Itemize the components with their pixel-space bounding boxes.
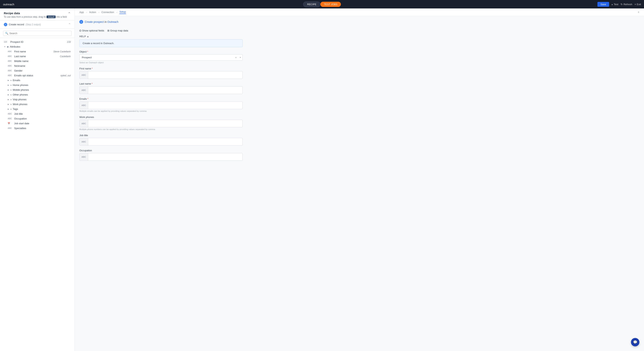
type-badge: ABC: [80, 102, 88, 109]
chevron-right-icon: ▶: [8, 103, 9, 105]
breadcrumb-connection[interactable]: Connection: [102, 11, 114, 14]
tags-group[interactable]: ▶ ≡ Tags: [0, 107, 74, 111]
emails-input[interactable]: [88, 102, 242, 109]
group-icon: ▦: [7, 46, 8, 48]
chevron-right-icon: ▶: [8, 89, 9, 91]
exit-link[interactable]: × Exit: [634, 3, 641, 6]
job-title-label: Job title: [79, 134, 243, 137]
list-item[interactable]: ABC Gender: [0, 68, 74, 73]
list-item[interactable]: 123 Prospect ID 133: [0, 40, 74, 44]
list-item[interactable]: ABC Nickname: [0, 64, 74, 68]
emails-hint: Multiple emails can be applied by provid…: [79, 110, 243, 112]
show-optional-fields-link[interactable]: Show optional fields: [79, 29, 104, 32]
panel-header: ⌃ Recipe data To use data from a previou…: [0, 9, 74, 20]
type-badge: ABC: [80, 153, 88, 161]
step-sublabel: (Step 2 output): [26, 23, 41, 26]
help-content: Create a record in Outreach.: [79, 39, 243, 47]
search-wrap: 🔍: [3, 31, 72, 36]
list-icon: ≡: [10, 108, 12, 110]
emails-group[interactable]: ▶ ≡ Emails: [0, 78, 74, 83]
datapill-badge: datapill: [46, 16, 56, 18]
breadcrumb-app[interactable]: App: [79, 11, 84, 14]
tab-test-jobs[interactable]: TEST JOBS: [320, 2, 341, 7]
navbar-actions: Save ⬥ Test ↻ Refresh × Exit: [598, 2, 641, 7]
list-item[interactable]: ABC First name Steve Castellarin: [0, 49, 74, 54]
first-name-input[interactable]: [88, 71, 242, 79]
chat-bubble[interactable]: 💬: [631, 338, 640, 346]
right-panel: App → Action → Connection → Setup × ⊙ Cr…: [75, 9, 644, 351]
chevron-up-icon: ▲: [87, 35, 89, 38]
list-item[interactable]: ABC Occupation: [0, 116, 74, 121]
panel-collapse-button[interactable]: ⌃: [68, 12, 71, 16]
form-header-icon: ⊙: [79, 20, 83, 24]
exit-icon: ×: [634, 3, 636, 6]
navbar: outreach RECIPE TEST JOBS Save ⬥ Test ↻ …: [0, 0, 644, 9]
list-item[interactable]: ABC Emails opt status opted_out: [0, 73, 74, 78]
nav-tabs: RECIPE TEST JOBS: [303, 2, 341, 7]
test-link[interactable]: ⬥ Test: [612, 3, 618, 6]
home-phones-group[interactable]: ▶ ≡ Home phones: [0, 83, 74, 88]
clear-icon[interactable]: ×: [234, 56, 238, 59]
occupation-field: Occupation ABC: [79, 149, 243, 161]
search-input[interactable]: [10, 32, 70, 35]
breadcrumb-arrow-1: →: [85, 11, 88, 14]
required-star: *: [92, 67, 92, 70]
first-name-label: First name *: [79, 67, 243, 70]
chevron-right-icon: ▶: [8, 108, 9, 110]
list-item[interactable]: ABC Job title: [0, 111, 74, 116]
mobile-phones-group[interactable]: ▶ ≡ Mobile phones: [0, 88, 74, 92]
last-name-label: Last name *: [79, 82, 243, 85]
list-icon: ≡: [10, 94, 12, 96]
chevron-down-icon[interactable]: ▾: [238, 56, 242, 59]
panel-subtitle: To use data from a previous step, drag i…: [4, 16, 71, 18]
voip-phones-group[interactable]: ▶ ≡ Voip phones: [0, 97, 74, 102]
list-item[interactable]: ABC Middle name: [0, 59, 74, 64]
required-star: *: [88, 97, 88, 100]
object-value: Prospect: [80, 55, 234, 61]
breadcrumb-arrow-2: →: [98, 11, 100, 14]
form-header-title: Create prospect in Outreach: [85, 20, 118, 24]
help-toggle[interactable]: HELP ▲: [79, 35, 243, 38]
breadcrumb-setup[interactable]: Setup: [120, 10, 126, 14]
work-phones-input-wrap: ABC: [79, 120, 243, 127]
type-badge: ABC: [80, 87, 88, 94]
group-map-link[interactable]: ⊞ Group map data: [107, 29, 128, 32]
list-icon: ≡: [10, 98, 12, 101]
list-item[interactable]: ABC Specialties: [0, 126, 74, 131]
job-title-input[interactable]: [88, 138, 242, 145]
list-icon: ≡: [10, 79, 12, 82]
refresh-link[interactable]: ↻ Refresh: [620, 3, 632, 6]
chevron-right-icon: ▶: [8, 94, 9, 96]
other-phones-group[interactable]: ▶ ≡ Other phones: [0, 92, 74, 97]
close-button[interactable]: ×: [638, 11, 640, 14]
emails-field: Emails * ABC Multiple emails can be appl…: [79, 97, 243, 112]
job-title-input-wrap: ABC: [79, 138, 243, 146]
list-item[interactable]: 📅 Job start date: [0, 121, 74, 126]
emails-input-wrap: ABC: [79, 102, 243, 109]
emails-label: Emails *: [79, 97, 243, 100]
attributes-group[interactable]: ▼ ▦ Attributes: [0, 44, 74, 49]
tree-container: 123 Prospect ID 133 ▼ ▦ Attributes ABC F…: [0, 38, 74, 351]
group-map-icon: ⊞: [107, 29, 110, 32]
type-badge: ABC: [80, 71, 88, 79]
brand-logo: outreach: [3, 3, 14, 6]
tab-recipe[interactable]: RECIPE: [303, 2, 320, 7]
last-name-input[interactable]: [88, 87, 242, 94]
work-phones-label: Work phones: [79, 116, 243, 119]
list-item[interactable]: ABC Last name Castellarin: [0, 54, 74, 59]
save-button[interactable]: Save: [598, 2, 609, 7]
main-container: ⌃ Recipe data To use data from a previou…: [0, 9, 644, 351]
object-select[interactable]: Prospect × ▾: [79, 54, 243, 61]
chat-icon: 💬: [633, 340, 637, 344]
work-phones-field: Work phones ABC Multiple phone numbers c…: [79, 116, 243, 130]
work-phones-input[interactable]: [88, 120, 242, 127]
breadcrumb: App → Action → Connection → Setup ×: [75, 9, 644, 16]
occupation-input[interactable]: [88, 153, 242, 161]
step-collapse-icon[interactable]: ⌃: [68, 23, 71, 26]
left-panel: ⌃ Recipe data To use data from a previou…: [0, 9, 75, 351]
work-phones-group[interactable]: ▶ ≡ Work phones: [0, 102, 74, 107]
occupation-label: Occupation: [79, 149, 243, 152]
breadcrumb-action[interactable]: Action: [89, 11, 96, 14]
breadcrumb-arrow-3: →: [116, 11, 118, 14]
chevron-right-icon: ▶: [8, 84, 9, 86]
